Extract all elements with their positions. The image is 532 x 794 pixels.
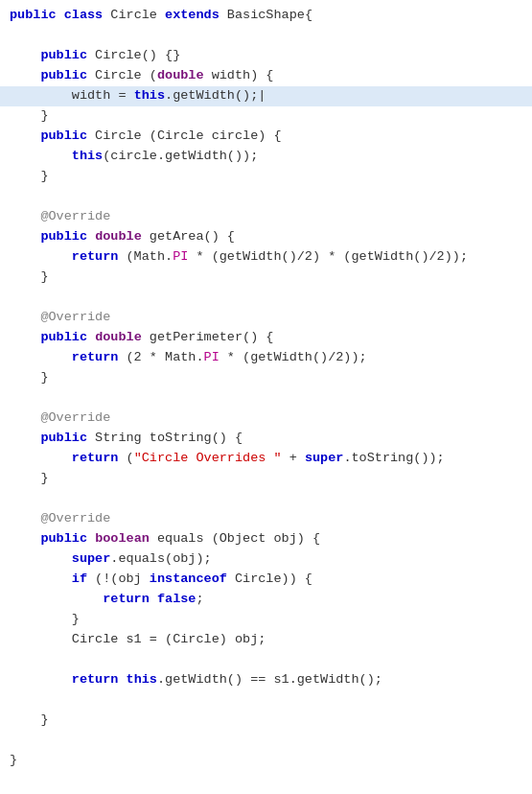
token-plain: .getWidth();| bbox=[165, 88, 266, 103]
token-annotation: @Override bbox=[10, 511, 110, 525]
token-plain bbox=[10, 330, 40, 344]
code-content: @Override bbox=[10, 308, 522, 328]
code-line: } bbox=[0, 610, 532, 630]
code-line: return ("Circle Overrides " + super.toSt… bbox=[0, 449, 532, 469]
token-plain: } bbox=[10, 712, 49, 727]
code-content: this(circle.getWidth()); bbox=[10, 147, 522, 167]
token-plain bbox=[10, 229, 40, 244]
token-annotation: @Override bbox=[10, 209, 110, 223]
code-content bbox=[10, 690, 522, 711]
token-plain: } bbox=[10, 612, 80, 626]
code-line: public String toString() { bbox=[0, 429, 532, 449]
token-plain bbox=[10, 48, 40, 62]
token-kw2: boolean bbox=[95, 531, 150, 546]
token-kw: class bbox=[64, 8, 104, 22]
token-kw: instanceof bbox=[150, 572, 227, 586]
code-line: public Circle (double width) { bbox=[0, 66, 532, 86]
token-kw: public bbox=[40, 330, 87, 344]
code-line: public boolean equals (Object obj) { bbox=[0, 529, 532, 549]
token-plain bbox=[10, 128, 40, 143]
token-plain: } bbox=[10, 370, 49, 385]
token-kw: this bbox=[127, 672, 157, 687]
token-plain: ( bbox=[118, 451, 133, 465]
token-math: PI bbox=[173, 249, 188, 264]
code-line: } bbox=[0, 268, 532, 288]
code-content bbox=[10, 650, 522, 670]
token-plain: * (getWidth()/2)); bbox=[220, 350, 367, 364]
token-plain: Circle() {} bbox=[87, 48, 180, 62]
code-line: } bbox=[0, 711, 532, 731]
code-content: if (!(obj instanceof Circle)) { bbox=[10, 570, 522, 590]
code-content bbox=[10, 388, 522, 409]
token-kw: super bbox=[305, 451, 344, 465]
token-kw2: double bbox=[95, 229, 142, 244]
token-plain: } bbox=[10, 169, 49, 183]
token-plain: } bbox=[10, 471, 49, 485]
code-content: @Override bbox=[10, 509, 522, 529]
code-line: this(circle.getWidth()); bbox=[0, 147, 532, 167]
code-content: public Circle (Circle circle) { bbox=[10, 127, 522, 147]
code-content: super.equals(obj); bbox=[10, 549, 522, 570]
token-plain: } bbox=[10, 269, 49, 284]
code-content: } bbox=[10, 751, 522, 771]
code-content bbox=[10, 489, 522, 509]
token-plain bbox=[10, 672, 72, 687]
code-line: public class Circle extends BasicShape{ bbox=[0, 6, 532, 26]
code-content: @Override bbox=[10, 409, 522, 429]
code-content: public Circle() {} bbox=[10, 46, 522, 66]
code-line: Circle s1 = (Circle) obj; bbox=[0, 630, 532, 650]
token-plain bbox=[10, 451, 72, 465]
token-plain bbox=[10, 431, 40, 445]
code-line: public Circle (Circle circle) { bbox=[0, 127, 532, 147]
token-plain bbox=[87, 531, 95, 546]
token-annotation: @Override bbox=[10, 410, 110, 425]
code-line: } bbox=[0, 368, 532, 388]
code-line bbox=[0, 26, 532, 46]
code-line: } bbox=[0, 106, 532, 127]
code-content: public class Circle extends BasicShape{ bbox=[10, 6, 522, 26]
token-plain: Circle ( bbox=[87, 68, 157, 82]
token-plain: .toString()); bbox=[343, 451, 444, 465]
code-line: @Override bbox=[0, 409, 532, 429]
code-content: public double getArea() { bbox=[10, 227, 522, 247]
token-plain: .equals(obj); bbox=[110, 551, 211, 566]
token-plain: Circle)) { bbox=[227, 572, 312, 586]
token-plain bbox=[10, 592, 103, 606]
code-content: @Override bbox=[10, 207, 522, 227]
code-content: return this.getWidth() == s1.getWidth(); bbox=[10, 670, 522, 690]
code-line: return false; bbox=[0, 590, 532, 610]
code-content bbox=[10, 26, 522, 46]
code-line: if (!(obj instanceof Circle)) { bbox=[0, 570, 532, 590]
code-line bbox=[0, 288, 532, 308]
code-line bbox=[0, 690, 532, 711]
code-content: width = this.getWidth();| bbox=[10, 86, 522, 106]
token-kw: if bbox=[72, 572, 87, 586]
token-plain bbox=[10, 149, 72, 163]
token-kw: public bbox=[40, 229, 87, 244]
code-content bbox=[10, 187, 522, 207]
token-kw: public bbox=[40, 48, 87, 62]
token-kw: return bbox=[72, 451, 119, 465]
code-content: } bbox=[10, 106, 522, 127]
code-content: } bbox=[10, 268, 522, 288]
token-plain: (Math. bbox=[118, 249, 173, 264]
code-content: } bbox=[10, 469, 522, 489]
token-plain bbox=[150, 592, 157, 606]
token-kw: this bbox=[134, 88, 165, 103]
token-kw: public bbox=[40, 531, 87, 546]
code-line bbox=[0, 187, 532, 207]
token-plain bbox=[87, 330, 95, 344]
code-content: } bbox=[10, 167, 522, 187]
code-line: return (2 * Math.PI * (getWidth()/2)); bbox=[0, 348, 532, 368]
token-plain: * (getWidth()/2) * (getWidth()/2)); bbox=[188, 249, 468, 264]
token-kw: return bbox=[103, 592, 150, 606]
code-content bbox=[10, 731, 522, 751]
code-line: super.equals(obj); bbox=[0, 549, 532, 570]
token-kw: return bbox=[72, 249, 119, 264]
token-plain bbox=[10, 249, 72, 264]
code-line: @Override bbox=[0, 207, 532, 227]
code-content: return ("Circle Overrides " + super.toSt… bbox=[10, 449, 522, 469]
token-plain: + bbox=[282, 451, 305, 465]
code-content: Circle s1 = (Circle) obj; bbox=[10, 630, 522, 650]
token-plain: } bbox=[10, 753, 17, 767]
